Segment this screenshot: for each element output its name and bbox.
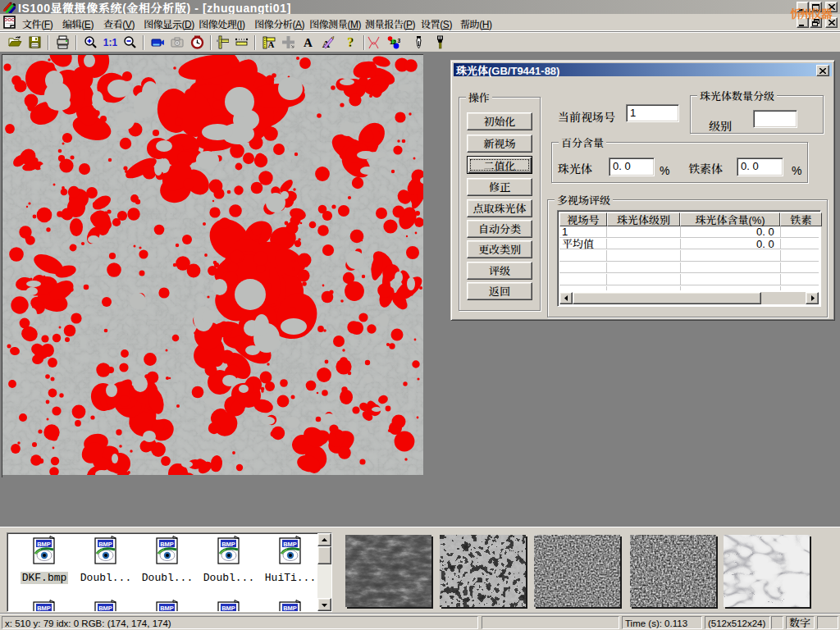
svg-text:A: A (304, 36, 313, 49)
svg-text:BMP: BMP (283, 541, 297, 548)
svg-text:A: A (267, 39, 274, 49)
svg-text:DOC: DOC (4, 17, 16, 22)
svg-text:BMP: BMP (37, 605, 51, 612)
svg-text:BMP: BMP (37, 541, 51, 548)
svg-text:BMP: BMP (98, 541, 112, 548)
svg-text:BMP: BMP (221, 605, 235, 612)
svg-text:1:1: 1:1 (103, 37, 117, 48)
svg-text:BMP: BMP (221, 541, 235, 548)
svg-text:BMP: BMP (98, 605, 112, 612)
svg-text:BMP: BMP (283, 605, 297, 612)
svg-text:BMP: BMP (160, 605, 174, 612)
svg-text:?: ? (347, 35, 354, 49)
svg-text:3: 3 (397, 36, 400, 44)
svg-text:BMP: BMP (160, 541, 174, 548)
svg-text:2: 2 (393, 38, 396, 46)
